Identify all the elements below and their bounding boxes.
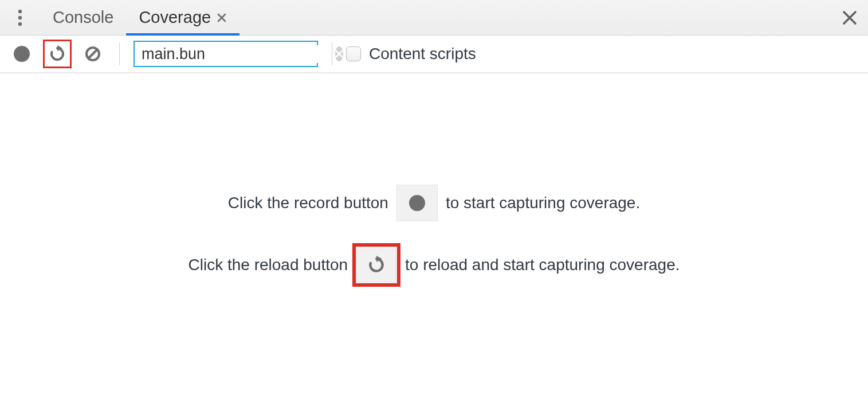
content-scripts-checkbox[interactable]: Content scripts [346,45,476,63]
coverage-empty-state: Click the record button to start capturi… [0,73,868,394]
url-filter-input[interactable] [142,45,335,63]
tab-coverage[interactable]: Coverage [126,0,239,35]
record-icon [14,46,30,62]
toolbar-divider [332,42,332,65]
record-button[interactable] [9,41,34,67]
reload-button[interactable] [45,41,70,67]
record-icon [409,195,425,211]
block-icon [84,45,101,63]
close-icon[interactable] [217,8,227,27]
clear-button[interactable] [80,41,105,67]
svg-point-0 [18,9,22,13]
more-icon[interactable] [0,0,40,35]
hint-reload: Click the reload button to reload and st… [188,247,680,283]
record-chip [396,185,438,221]
tab-label: Coverage [139,8,211,27]
reload-chip [356,247,397,283]
hint-record: Click the record button to start capturi… [228,185,640,221]
svg-point-2 [18,22,22,25]
close-icon [335,50,343,58]
tab-label: Console [53,8,113,27]
checkbox-icon [346,46,361,61]
hint-text: Click the reload button [188,256,348,274]
hint-text: Click the record button [228,194,388,212]
hint-text: to start capturing coverage. [446,194,640,212]
svg-point-1 [18,15,22,19]
reload-icon [367,256,386,274]
content-scripts-label: Content scripts [369,45,476,63]
coverage-toolbar: Content scripts [0,36,868,73]
tab-bar: Console Coverage [0,0,868,36]
tab-console[interactable]: Console [40,0,126,35]
close-panel-button[interactable] [842,0,858,35]
hint-text: to reload and start capturing coverage. [405,256,680,274]
reload-icon [49,45,66,63]
toolbar-divider [119,42,120,65]
clear-filter-button[interactable] [335,46,343,61]
url-filter [133,41,318,67]
svg-line-4 [88,49,97,58]
